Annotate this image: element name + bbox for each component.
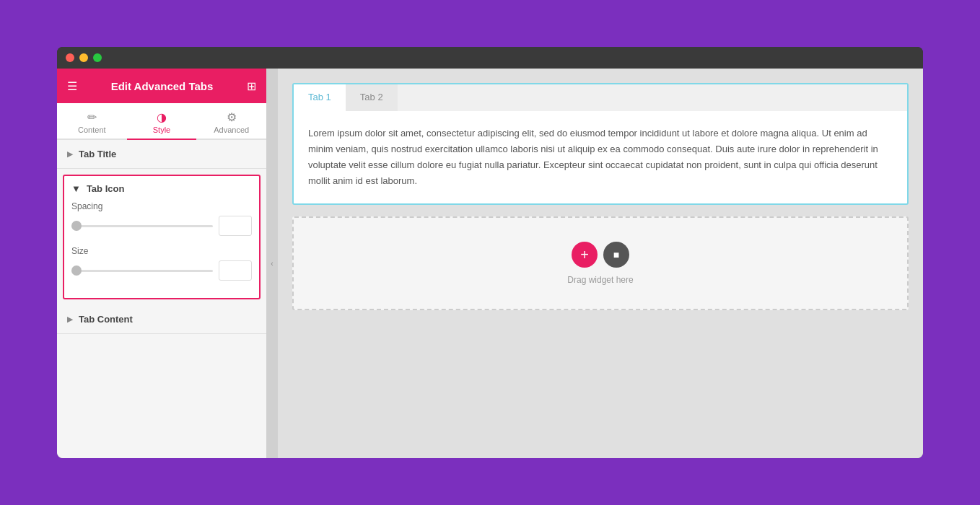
widget-icon: ■ xyxy=(613,249,619,260)
panel-title: Edit Advanced Tabs xyxy=(111,80,214,92)
spacing-input[interactable] xyxy=(219,216,252,236)
chevron-down-icon: ▼ xyxy=(71,183,81,194)
widget-content: Lorem ipsum dolor sit amet, consectetur … xyxy=(294,111,907,203)
tab-icon-section-header[interactable]: ▼ Tab Icon xyxy=(71,183,252,194)
size-input[interactable] xyxy=(219,260,252,281)
titlebar xyxy=(57,47,923,69)
plus-icon: + xyxy=(580,247,589,263)
left-panel: ☰ Edit Advanced Tabs ⊞ ✏ Content ◑ Style… xyxy=(57,69,266,458)
spacing-slider[interactable] xyxy=(71,225,213,227)
maximize-button[interactable] xyxy=(93,53,102,62)
widget-tab-2[interactable]: Tab 2 xyxy=(346,84,398,111)
tab-style[interactable]: ◑ Style xyxy=(127,103,197,140)
collapse-handle[interactable]: ‹ xyxy=(266,69,278,458)
size-label: Size xyxy=(71,246,252,256)
size-row xyxy=(71,260,252,281)
spacing-field: Spacing xyxy=(71,201,252,236)
style-icon: ◑ xyxy=(157,110,167,124)
close-button[interactable] xyxy=(66,53,74,62)
spacing-row xyxy=(71,216,252,236)
tab-icon-label: Tab Icon xyxy=(87,183,124,194)
tab-content-label-2: Tab Content xyxy=(79,314,133,325)
widget-tab-1[interactable]: Tab 1 xyxy=(294,84,346,111)
tab-advanced[interactable]: ⚙ Advanced xyxy=(196,103,266,140)
drag-widget-area: + ■ Drag widget here xyxy=(292,216,909,310)
gear-icon: ⚙ xyxy=(227,110,237,124)
minimize-button[interactable] xyxy=(79,53,88,62)
tab-content-header[interactable]: ▶ Tab Content xyxy=(57,305,266,334)
chevron-right-icon-2: ▶ xyxy=(67,315,73,323)
window-body: ☰ Edit Advanced Tabs ⊞ ✏ Content ◑ Style… xyxy=(57,69,923,458)
widget-tabs: Tab 1 Tab 2 xyxy=(294,84,907,111)
grid-icon[interactable]: ⊞ xyxy=(247,79,256,93)
widget-type-button[interactable]: ■ xyxy=(603,242,629,268)
tab-content-label: Content xyxy=(78,126,106,134)
collapse-arrow-icon: ‹ xyxy=(271,260,273,268)
hamburger-icon[interactable]: ☰ xyxy=(67,79,77,93)
tab-style-label: Style xyxy=(153,126,170,134)
tab-title-label: Tab Title xyxy=(79,149,116,159)
editor-tabs-bar: ✏ Content ◑ Style ⚙ Advanced xyxy=(57,103,266,140)
drag-buttons: + ■ xyxy=(572,242,629,268)
app-window: ☰ Edit Advanced Tabs ⊞ ✏ Content ◑ Style… xyxy=(57,47,923,458)
main-area: Tab 1 Tab 2 Lorem ipsum dolor sit amet, … xyxy=(278,69,923,458)
tab-title-section: ▶ Tab Title xyxy=(57,140,266,169)
drag-label: Drag widget here xyxy=(567,275,633,285)
tab-content-section: ▶ Tab Content xyxy=(57,305,266,334)
tab-content[interactable]: ✏ Content xyxy=(57,103,127,140)
panel-header: ☰ Edit Advanced Tabs ⊞ xyxy=(57,69,266,103)
size-field: Size xyxy=(71,246,252,281)
tab-advanced-label: Advanced xyxy=(214,126,249,134)
tab-title-header[interactable]: ▶ Tab Title xyxy=(57,140,266,169)
spacing-label: Spacing xyxy=(71,201,252,211)
size-slider[interactable] xyxy=(71,270,213,272)
widget-card: Tab 1 Tab 2 Lorem ipsum dolor sit amet, … xyxy=(292,83,909,205)
widget-text: Lorem ipsum dolor sit amet, consectetur … xyxy=(308,128,878,186)
widget-tab-1-label: Tab 1 xyxy=(308,92,331,102)
add-widget-button[interactable]: + xyxy=(572,242,598,268)
pencil-icon: ✏ xyxy=(87,110,97,124)
widget-tab-2-label: Tab 2 xyxy=(360,92,383,102)
chevron-right-icon: ▶ xyxy=(67,150,73,158)
tab-icon-section: ▼ Tab Icon Spacing Size xyxy=(63,175,261,299)
